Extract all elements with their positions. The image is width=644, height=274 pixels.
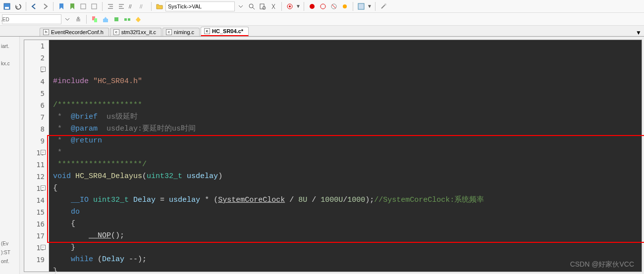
code-line[interactable]: /******************* [53, 99, 642, 111]
tab-label: niming.c [174, 29, 194, 35]
code-line[interactable]: #include "HC_SR04.h" [53, 76, 642, 88]
fold-icon[interactable]: − [41, 245, 46, 250]
code-line[interactable]: __IO uint32_t Delay = usdelay * (SystemC… [53, 194, 642, 206]
file-icon: h [43, 29, 49, 35]
translate-icon[interactable] [90, 14, 100, 24]
target-select[interactable] [2, 14, 61, 24]
svg-rect-2 [81, 4, 86, 9]
code-line[interactable]: { [53, 218, 642, 230]
options-icon[interactable] [73, 14, 83, 24]
line-numbers: 123−45678910−111213−1415161718−19 [24, 40, 49, 272]
breakpoint-icon[interactable] [307, 1, 317, 11]
tab-label: HC_SR04.c* [212, 28, 243, 34]
code-line[interactable]: * @return [53, 135, 642, 147]
batch-build-icon[interactable] [122, 14, 132, 24]
bookmark-icon[interactable] [56, 1, 66, 11]
file-icon: c [113, 29, 119, 35]
outdent-icon[interactable] [116, 1, 126, 11]
find-icon[interactable] [247, 1, 257, 11]
svg-rect-21 [103, 19, 108, 22]
fold-icon[interactable]: − [41, 185, 46, 190]
separator [353, 2, 353, 11]
dropdown-arrow[interactable]: ▼ [367, 3, 372, 9]
code-line[interactable]: while (Delay --); [53, 254, 642, 266]
cut-icon[interactable] [268, 1, 278, 11]
main-toolbar: // // ▼ ▼ [0, 0, 644, 13]
build-toolbar [0, 13, 644, 26]
breakpoint-kill-icon[interactable] [329, 1, 339, 11]
code-editor[interactable]: 123−45678910−111213−1415161718−19 #inclu… [24, 40, 642, 272]
bookmark-add-icon[interactable] [67, 1, 77, 11]
forward-icon[interactable] [40, 1, 50, 11]
find-in-files-icon[interactable] [258, 1, 268, 11]
window-icon[interactable] [356, 1, 366, 11]
bookmark-prev-icon[interactable] [78, 1, 88, 11]
separator [102, 2, 103, 11]
svg-rect-1 [5, 7, 9, 9]
editor-tabs: hEventRecorderConf.h cstm32f1xx_it.c cni… [0, 26, 644, 37]
svg-rect-24 [128, 18, 130, 21]
code-line[interactable]: { [53, 183, 642, 194]
dropdown-icon[interactable] [236, 1, 246, 11]
svg-rect-23 [124, 18, 127, 21]
breakpoint-disable-icon[interactable] [318, 1, 328, 11]
tab-eventrecorder[interactable]: hEventRecorderConf.h [40, 28, 109, 36]
separator [151, 2, 152, 11]
fold-icon[interactable]: − [41, 67, 46, 72]
code-line[interactable]: __NOP(); [53, 230, 642, 242]
svg-rect-20 [94, 18, 97, 22]
rebuild-icon[interactable] [111, 14, 121, 24]
sidebar-label: (Ev [1, 241, 8, 246]
undo-icon[interactable] [13, 1, 23, 11]
folder-icon[interactable] [155, 1, 164, 11]
tab-stm32it[interactable]: cstm32f1xx_it.c [110, 28, 161, 36]
svg-point-12 [310, 4, 315, 9]
build-icon[interactable] [101, 14, 110, 24]
code-line[interactable]: *******************/ [53, 159, 642, 171]
dropdown-arrow[interactable]: ▼ [296, 3, 301, 9]
back-icon[interactable] [29, 1, 39, 11]
chevron-down-icon[interactable]: ▼ [635, 29, 642, 36]
svg-text://: // [129, 4, 132, 9]
tab-label: stm32f1xx_it.c [121, 29, 156, 35]
tab-hcsr04[interactable]: cHC_SR04.c* [201, 27, 249, 36]
breakpoint-enable-icon[interactable] [340, 1, 350, 11]
code-line[interactable]: * @param usdelay:要延时的us时间 [53, 123, 642, 135]
comment-icon[interactable]: // [127, 1, 137, 11]
sidebar-label: kx.c [1, 61, 18, 66]
save-icon[interactable] [2, 1, 12, 11]
separator [281, 2, 282, 11]
sidebar-label: .ED [1, 17, 9, 22]
svg-point-11 [289, 5, 291, 7]
code-line[interactable]: * [53, 147, 642, 159]
uncomment-icon[interactable]: // [138, 1, 148, 11]
bookmark-next-icon[interactable] [89, 1, 99, 11]
code-line[interactable]: void HC_SR04_Delayus(uint32_t usdelay) [53, 171, 642, 183]
svg-line-7 [253, 7, 255, 9]
separator [26, 2, 26, 11]
code-content[interactable]: #include "HC_SR04.h"/*******************… [49, 40, 642, 272]
dropdown-icon[interactable] [62, 14, 72, 24]
svg-rect-17 [358, 3, 364, 9]
svg-point-6 [249, 4, 253, 8]
register-input[interactable] [165, 1, 235, 11]
tab-label: EventRecorderConf.h [51, 29, 104, 35]
configure-icon[interactable] [378, 1, 388, 11]
tab-niming[interactable]: cniming.c [162, 28, 200, 36]
fold-icon[interactable]: − [41, 150, 46, 155]
code-line[interactable]: * @brief us级延时 [53, 111, 642, 123]
debug-icon[interactable] [285, 1, 295, 11]
code-line[interactable]: } [53, 242, 642, 254]
indent-icon[interactable] [106, 1, 115, 11]
separator [375, 2, 376, 11]
code-line[interactable] [53, 88, 642, 99]
svg-point-18 [384, 3, 386, 5]
code-line[interactable]: do [53, 206, 642, 218]
stop-build-icon[interactable] [133, 14, 143, 24]
file-icon: c [204, 28, 210, 34]
separator [53, 2, 54, 11]
separator [86, 15, 87, 24]
code-line[interactable]: } [53, 266, 642, 274]
sidebar-label: ):ST [1, 250, 10, 255]
collapsed-sidebar: .ED iart. kx.c (Ev ):ST onf. [0, 26, 20, 274]
